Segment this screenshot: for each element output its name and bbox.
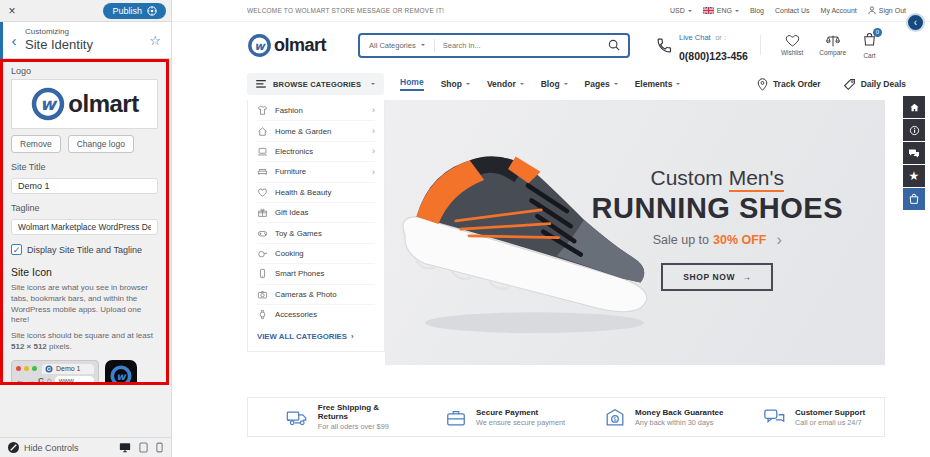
hide-controls-icon[interactable] [8,442,19,453]
display-title-checkbox[interactable]: ✓ [11,244,22,255]
view-all-categories-link[interactable]: VIEW ALL CATEGORIES› [257,324,375,348]
language-selector[interactable]: ENG [703,7,739,14]
currency-selector[interactable]: USD [670,7,692,14]
remove-logo-button[interactable]: Remove [11,135,61,153]
close-icon[interactable]: × [0,0,24,22]
site-icon-size-help: Site icons should be square and at least… [11,331,158,353]
toolbar-home-button[interactable] [903,96,925,118]
fashion-icon [257,105,268,116]
toolbar-info-button[interactable] [903,119,925,141]
feature-free-shipping: Free Shipping & ReturnsFor all oders ove… [248,403,407,431]
site-icon-help: Site icons are what you see in browser t… [11,283,158,326]
category-health-beauty[interactable]: Health & Beauty [257,182,375,202]
section-header: ‹ Customizing Site Identity ☆ [0,22,171,59]
toolbar-cart-button[interactable] [903,188,925,210]
browser-close-dot [16,366,21,371]
gift-icon [257,207,268,218]
site-icon-browser-preview: w Demo 1 ← → C ⌂ www. [11,360,99,385]
logo-label: Logo [11,66,158,76]
browser-tab-title: Demo 1 [56,365,81,372]
signout-link[interactable]: Sign Out [868,6,906,15]
category-gift-ideas[interactable]: Gift Ideas [257,202,375,222]
site-title-input[interactable] [11,178,158,194]
tagline-input[interactable] [11,219,158,235]
category-electronics[interactable]: Electronics› [257,141,375,161]
phone-number[interactable]: 0(800)123-456 [679,50,748,62]
site-preview: WELCOME TO WOLMART STORE MESSAGE OR REMO… [172,0,930,457]
health-beauty-icon [257,187,268,198]
next-slide-icon[interactable]: › [777,231,782,249]
publish-button[interactable]: Publish [103,3,166,19]
star-icon[interactable]: ☆ [149,33,161,48]
category-furniture[interactable]: Furniture› [257,161,375,181]
browser-forward-icon: → [27,376,35,385]
compare-button[interactable]: Compare [819,34,846,56]
category-home-garden[interactable]: Home & Garden› [257,120,375,140]
category-smart-phones[interactable]: Smart Phones [257,263,375,283]
change-logo-button[interactable]: Change logo [68,135,134,153]
panel-collapse-button[interactable]: ‹ [906,13,925,32]
nav-item-vendor[interactable]: Vendor [487,79,524,89]
welcome-message: WELCOME TO WOLMART STORE MESSAGE OR REMO… [247,7,444,14]
wolmart-logo-icon: w [30,86,66,122]
uk-flag-icon [703,7,714,14]
logo-preview[interactable]: w olmart [11,79,158,129]
wishlist-button[interactable]: Wishlist [781,34,803,56]
store-logo[interactable]: w olmart [247,33,326,58]
daily-deals-link[interactable]: Daily Deals [843,78,906,91]
desktop-preview-icon[interactable] [119,439,131,457]
account-link[interactable]: My Account [821,7,857,14]
contact-block: Live Chat or : 0(800)123-456 [656,25,748,65]
browser-minimize-dot [24,366,29,371]
compare-scales-icon [825,34,841,48]
hero-text-block: Custom Men's RUNNING SHOES Sale up to 30… [592,166,843,291]
nav-item-elements[interactable]: Elements [635,79,681,89]
hero-banner[interactable]: Custom Men's RUNNING SHOES Sale up to 30… [385,100,885,365]
tablet-preview-icon[interactable] [139,439,148,457]
chevron-down-icon [614,83,618,87]
category-cooking[interactable]: Cooking [257,243,375,263]
screen: × Publish ‹ Customizing Site Identity ☆ … [0,0,930,457]
category-accessories[interactable]: Accessories [257,304,375,324]
nav-item-pages[interactable]: Pages [585,79,618,89]
toolbar-chat-button[interactable] [903,142,925,164]
tag-icon [843,78,856,91]
browser-refresh-icon: C [38,376,44,385]
track-order-link[interactable]: Track Order [757,78,821,91]
browser-tab: w Demo 1 [42,364,94,374]
contact-link[interactable]: Contact Us [775,7,810,14]
site-icon-app-preview: w [105,360,137,385]
home-garden-icon [257,126,268,137]
search-icon [608,39,620,51]
cart-icon [908,193,920,205]
furniture-icon [257,166,268,177]
chevron-right-icon: › [372,146,375,156]
home-icon [909,102,920,113]
category-fashion[interactable]: Fashion› [257,100,375,120]
hero-title-line1: Custom Men's [592,166,843,190]
cart-button[interactable]: 0 Cart [862,32,877,59]
hide-controls-label[interactable]: Hide Controls [24,443,79,453]
category-cameras-photo[interactable]: Cameras & Photo [257,284,375,304]
smartphone-icon [257,268,268,279]
search-input[interactable] [435,41,600,50]
browse-categories-button[interactable]: BROWSE CATEGORIES [247,73,384,95]
search-category-select[interactable]: All Categories [360,41,434,50]
feature-customer-support: Customer SupportCall or email us 24/7 [725,407,884,428]
mobile-preview-icon[interactable] [156,439,163,457]
quick-access-toolbar: ★ [903,96,925,210]
nav-item-blog[interactable]: Blog [541,79,568,89]
chevron-down-icon [421,44,425,48]
back-button[interactable]: ‹ [0,22,25,59]
site-title-label: Site Title [11,162,158,172]
nav-item-shop[interactable]: Shop [441,79,470,89]
toolbar-star-button[interactable]: ★ [903,165,925,187]
nav-item-home[interactable]: Home [400,77,424,91]
shop-now-button[interactable]: SHOP NOW→ [661,263,773,291]
search-button[interactable] [600,39,628,51]
blog-link[interactable]: Blog [750,7,764,14]
section-title: Site Identity [25,37,93,53]
chevron-right-icon: › [372,126,375,136]
category-toy-games[interactable]: Toy & Games [257,222,375,242]
live-chat-link[interactable]: Live Chat [679,33,711,42]
